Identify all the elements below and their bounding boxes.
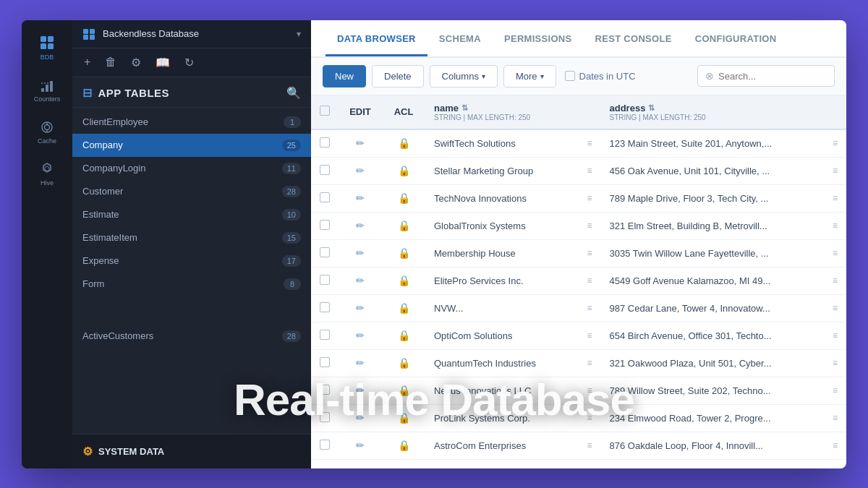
row-address-menu-icon[interactable]: ≡ — [833, 303, 838, 313]
delete-table-button[interactable]: 🗑 — [105, 56, 116, 69]
sidebar-title-group: Backendless Database — [82, 27, 199, 40]
name-sort-icon[interactable]: ⇅ — [461, 103, 468, 113]
table-item-clientemployee[interactable]: ClientEmployee 1 — [72, 111, 311, 134]
row-address-menu-icon[interactable]: ≡ — [833, 138, 838, 148]
row-checkbox[interactable] — [320, 247, 330, 257]
row-checkbox[interactable] — [320, 302, 330, 312]
edit-icon[interactable]: ✏ — [356, 330, 365, 341]
table-item-companylogin[interactable]: CompanyLogin 11 — [72, 157, 311, 180]
edit-icon[interactable]: ✏ — [356, 385, 365, 396]
row-acl-cell: 🔒 — [382, 129, 425, 158]
refresh-button[interactable]: ↻ — [184, 56, 194, 69]
edit-icon[interactable]: ✏ — [356, 440, 365, 451]
tabs-bar: DATA BROWSER SCHEMA PERMISSIONS REST CON… — [311, 20, 846, 58]
row-address-menu-icon[interactable]: ≡ — [833, 275, 838, 286]
tab-schema[interactable]: SCHEMA — [427, 22, 493, 56]
edit-icon[interactable]: ✏ — [356, 220, 365, 231]
sidebar-item-hive[interactable]: Hive — [22, 155, 72, 194]
table-item-company[interactable]: Company 25 — [72, 134, 311, 157]
table-item-estimateitem[interactable]: EstimateItem 15 — [72, 226, 311, 249]
row-name-menu-icon[interactable]: ≡ — [587, 248, 592, 258]
sidebar-item-counters[interactable]: Counters — [22, 71, 72, 110]
edit-icon[interactable]: ✏ — [356, 192, 365, 204]
table-item-activecustomers[interactable]: ActiveCustomers 28 — [72, 325, 311, 348]
row-name-menu-icon[interactable]: ≡ — [587, 330, 592, 341]
row-checkbox[interactable] — [320, 275, 330, 285]
row-checkbox[interactable] — [320, 330, 330, 340]
new-button[interactable]: New — [323, 65, 366, 87]
tab-rest-console[interactable]: REST CONSOLE — [584, 22, 684, 56]
app-tables-header: ⊟ APP TABLES 🔍 — [72, 77, 311, 108]
settings-button[interactable]: ⚙ — [131, 56, 141, 69]
docs-button[interactable]: 📖 — [156, 56, 170, 69]
row-edit-cell: ✏ — [339, 157, 382, 184]
row-address-menu-icon[interactable]: ≡ — [833, 440, 838, 450]
sidebar-item-bdb[interactable]: BDB — [22, 27, 72, 68]
tab-permissions[interactable]: PERMISSIONS — [493, 22, 584, 56]
row-name-menu-icon[interactable]: ≡ — [587, 440, 592, 450]
edit-icon[interactable]: ✏ — [356, 247, 365, 259]
select-all-checkbox[interactable] — [320, 106, 330, 116]
tab-data-browser[interactable]: DATA BROWSER — [326, 22, 427, 56]
edit-icon[interactable]: ✏ — [356, 302, 365, 314]
row-edit-cell: ✏ — [339, 404, 382, 432]
col-header-edit: EDIT — [339, 95, 382, 129]
sidebar-db-title: Backendless Database — [103, 28, 199, 39]
row-address-menu-icon[interactable]: ≡ — [833, 358, 838, 368]
edit-icon[interactable]: ✏ — [356, 137, 365, 149]
row-name-menu-icon[interactable]: ≡ — [587, 303, 592, 313]
row-name-menu-icon[interactable]: ≡ — [587, 221, 592, 231]
row-checkbox[interactable] — [320, 220, 330, 230]
table-item-customer[interactable]: Customer 28 — [72, 180, 311, 203]
delete-button[interactable]: Delete — [372, 65, 424, 87]
cache-label: Cache — [38, 137, 56, 145]
edit-icon[interactable]: ✏ — [356, 275, 365, 286]
edit-icon[interactable]: ✏ — [356, 165, 365, 176]
row-checkbox[interactable] — [320, 357, 330, 367]
row-checkbox[interactable] — [320, 440, 330, 450]
row-address-menu-icon[interactable]: ≡ — [833, 221, 838, 231]
row-name-menu-icon[interactable]: ≡ — [587, 358, 592, 368]
search-input[interactable] — [718, 71, 827, 82]
row-checkbox[interactable] — [320, 137, 330, 147]
table-item-estimate[interactable]: Estimate 10 — [72, 203, 311, 226]
row-name-value: ProLink Systems Corp. — [434, 413, 530, 424]
row-address-menu-icon[interactable]: ≡ — [833, 385, 838, 395]
table-item-expense[interactable]: Expense 17 — [72, 249, 311, 273]
tab-configuration[interactable]: CONFIGURATION — [684, 22, 788, 56]
address-sort-icon[interactable]: ⇅ — [648, 103, 655, 113]
columns-button[interactable]: Columns ▾ — [430, 65, 498, 87]
col-header-name: name ⇅ STRING | MAX LENGTH: 250 — [425, 95, 601, 129]
search-tables-button[interactable]: 🔍 — [286, 86, 301, 100]
row-name-menu-icon[interactable]: ≡ — [587, 385, 592, 395]
row-address-cell: 789 Maple Drive, Floor 3, Tech City, ...… — [601, 184, 847, 212]
row-address-menu-icon[interactable]: ≡ — [833, 248, 838, 258]
row-address-menu-icon[interactable]: ≡ — [833, 166, 838, 176]
row-address-menu-icon[interactable]: ≡ — [833, 413, 838, 423]
row-name-menu-icon[interactable]: ≡ — [587, 275, 592, 286]
row-name-cell: TechNova Innovations ≡ — [425, 184, 601, 212]
row-checkbox[interactable] — [320, 192, 330, 202]
system-data-icon: ⚙ — [82, 445, 93, 458]
edit-icon[interactable]: ✏ — [356, 412, 365, 424]
svg-rect-1 — [48, 36, 54, 42]
edit-icon[interactable]: ✏ — [356, 357, 365, 369]
row-checkbox[interactable] — [320, 165, 330, 175]
add-table-button[interactable]: + — [84, 56, 90, 69]
table-item-form[interactable]: Form 8 — [72, 273, 311, 296]
table-list: ClientEmployee 1 Company 25 CompanyLogin… — [72, 108, 311, 434]
hive-icon — [40, 162, 54, 176]
row-checkbox[interactable] — [320, 385, 330, 395]
row-name-menu-icon[interactable]: ≡ — [587, 166, 592, 176]
sidebar-item-cache[interactable]: Cache — [22, 113, 72, 152]
search-clear-icon[interactable]: ⊗ — [705, 70, 714, 82]
dates-utc-checkbox[interactable] — [565, 71, 575, 81]
row-checkbox[interactable] — [320, 412, 330, 422]
row-name-menu-icon[interactable]: ≡ — [587, 193, 592, 203]
row-name-menu-icon[interactable]: ≡ — [587, 138, 592, 148]
dates-utc-toggle[interactable]: Dates in UTC — [565, 71, 636, 82]
row-address-menu-icon[interactable]: ≡ — [833, 193, 838, 203]
row-address-menu-icon[interactable]: ≡ — [833, 330, 838, 341]
row-name-menu-icon[interactable]: ≡ — [587, 413, 592, 423]
more-button[interactable]: More ▾ — [503, 65, 556, 87]
